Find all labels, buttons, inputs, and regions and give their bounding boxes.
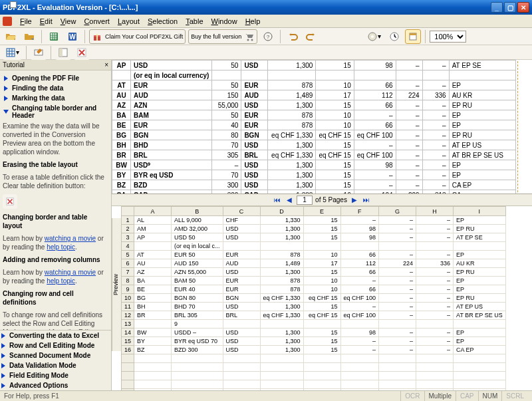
pdf-cell[interactable]: AU KR [449,90,515,100]
preview-cell[interactable]: – [340,337,379,346]
pdf-cell[interactable]: EUR [241,110,268,120]
pdf-cell[interactable]: 98 [354,61,396,70]
pdf-cell[interactable]: 313 [422,190,449,195]
pdf-cell[interactable]: eq CHF 100 [354,150,396,160]
preview-cell[interactable]: 1,300 [260,225,303,233]
next-page-button[interactable]: ▶ [350,196,359,205]
preview-cell[interactable] [122,372,134,380]
maximize-button[interactable]: ▢ [504,2,516,13]
preview-cell[interactable]: 10 [122,294,134,303]
pdf-cell[interactable]: 10 [316,110,354,120]
preview-cell[interactable]: AT EP SE [454,233,506,242]
preview-cell[interactable]: – [379,216,416,225]
pdf-cell[interactable]: EP [449,170,515,180]
sidebar-item-opening[interactable]: Opening the PDF File [3,73,108,83]
pdf-cell[interactable]: – [422,120,449,130]
help-topic-link[interactable]: help topic [47,243,75,251]
preview-cell[interactable]: USD [223,329,260,337]
pdf-cell[interactable]: 104 [354,190,396,195]
pdf-cell[interactable]: – [422,150,449,160]
preview-cell[interactable]: 1,330 [260,216,303,225]
preview-cell[interactable]: BGN 80 [172,294,223,303]
preview-cell[interactable] [379,389,416,391]
preview-cell[interactable]: AUD [223,259,260,268]
preview-cell[interactable]: – [416,311,454,320]
preview-cell[interactable] [416,320,454,329]
preview-cell[interactable] [303,242,340,251]
pdf-cell[interactable] [449,70,515,80]
preview-cell[interactable] [303,389,340,391]
pdf-cell[interactable]: BY [112,170,131,180]
preview-cell[interactable]: 1,489 [260,259,303,268]
preview-cell[interactable]: 15 [303,233,340,242]
preview-cell[interactable]: CHF [223,216,260,225]
pdf-cell[interactable]: USD [241,170,268,180]
preview-cell[interactable] [416,363,454,372]
preview-cell[interactable]: 66 [340,285,379,294]
preview-cell[interactable]: BYR eq USD 70 [172,337,223,346]
pdf-cell[interactable]: AT [112,80,131,90]
preview-cell[interactable]: EP RU [454,294,506,303]
preview-cell[interactable]: – [416,337,454,346]
pdf-cell[interactable]: – [396,150,422,160]
preview-cell[interactable]: USD [223,233,260,242]
pdf-cell[interactable]: 305 [212,150,241,160]
pdf-cell[interactable]: USD [241,140,268,150]
pdf-cell[interactable]: 15 [316,140,354,150]
preview-cell[interactable]: – [379,329,416,337]
preview-cell[interactable] [340,354,379,363]
minimize-button[interactable]: _ [491,2,503,13]
pdf-cell[interactable]: BE [112,120,131,130]
preview-cell[interactable]: – [340,216,379,225]
preview-cell[interactable]: 66 [340,268,379,277]
pdf-cell[interactable]: 40 [212,120,241,130]
preview-cell[interactable]: 66 [340,251,379,259]
preview-cell[interactable] [340,320,379,329]
preview-cell[interactable]: EUR [223,251,260,259]
pdf-cell[interactable]: – [422,140,449,150]
buy-full-button[interactable]: Buy the full version [188,29,257,44]
pdf-cell[interactable]: 1,300 [268,170,316,180]
pdf-cell[interactable]: – [354,140,396,150]
preview-cell[interactable]: 11 [122,303,134,311]
preview-cell[interactable]: eq CHF 1,330 [260,294,303,303]
sidebar-item-scanned[interactable]: Scanned Document Mode [0,350,111,360]
preview-cell[interactable]: – [379,268,416,277]
pdf-cell[interactable]: EUR [131,120,212,130]
pdf-table[interactable]: APUSD50USD1,3001598––AT EP SE(or eq in l… [112,60,516,194]
preview-cell[interactable]: AZN 55,000 [172,268,223,277]
pdf-cell[interactable]: EP RU [449,100,515,110]
sidebar-item-converting[interactable]: Converting the data to Excel [0,331,111,340]
preview-cell[interactable]: USDD – [172,329,223,337]
preview-cell[interactable]: 10 [303,251,340,259]
preview-cell[interactable]: BHD 70 [172,303,223,311]
preview-cell[interactable]: 15 [122,337,134,346]
preview-cell[interactable] [416,242,454,251]
pdf-cell[interactable]: 15 [316,61,354,70]
preview-cell[interactable]: 15 [303,216,340,225]
preview-cell[interactable]: eq CHF 15 [303,311,340,320]
pdf-cell[interactable]: 98 [354,160,396,170]
pdf-cell[interactable]: 70 [212,170,241,180]
preview-cell[interactable]: AT EP US [454,303,506,311]
sidebar-item-advanced[interactable]: Advanced Options [0,380,111,390]
preview-cell[interactable] [260,389,303,391]
pdf-cell[interactable]: 17 [316,90,354,100]
pdf-cell[interactable]: EUR [241,120,268,130]
preview-cell[interactable]: 15 [303,346,340,354]
preview-cell[interactable]: 15 [303,303,340,311]
prev-page-button[interactable]: ◀ [285,196,294,205]
pdf-cell[interactable]: – [422,80,449,90]
pdf-cell[interactable]: AUD [241,90,268,100]
pdf-cell[interactable] [354,70,396,80]
preview-cell[interactable]: – [340,346,379,354]
sidebar-item-finding[interactable]: Finding the data [3,83,108,93]
pdf-cell[interactable]: – [396,100,422,110]
preview-cell[interactable]: – [340,303,379,311]
preview-cell[interactable]: AL [134,216,172,225]
preview-cell[interactable] [303,320,340,329]
preview-cell[interactable]: – [416,329,454,337]
pdf-cell[interactable]: 878 [268,120,316,130]
pdf-cell[interactable]: BRL [241,150,268,160]
pdf-cell[interactable]: EP [449,110,515,120]
